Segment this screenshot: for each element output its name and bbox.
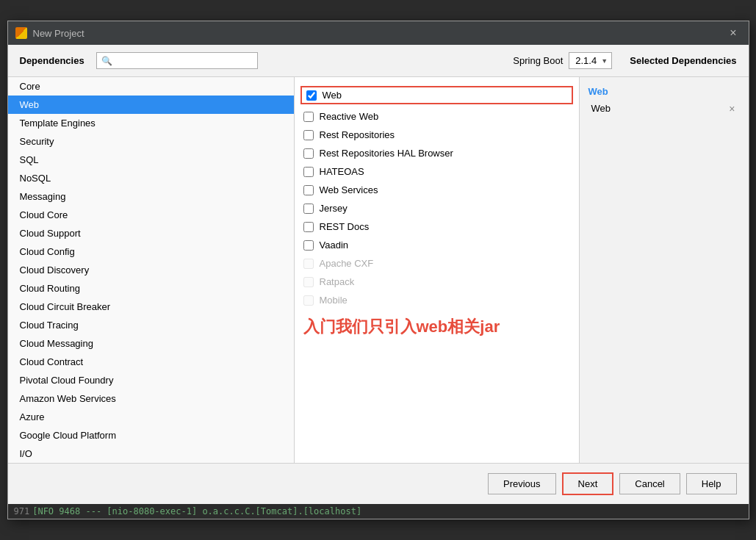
dep-checkbox-rest-repositories-hal[interactable]: [303, 148, 314, 159]
dep-label-rest-repositories-hal: Rest Repositories HAL Browser: [320, 148, 453, 159]
sidebar-item-cloud-messaging[interactable]: Cloud Messaging: [8, 334, 294, 353]
sidebar-item-pivotal-cloud-foundry[interactable]: Pivotal Cloud Foundry: [8, 371, 294, 389]
sidebar-item-messaging[interactable]: Messaging: [8, 187, 294, 206]
new-project-dialog: New Project × Dependencies 🔍 Spring Boot…: [7, 21, 749, 519]
sidebar-item-cloud-config[interactable]: Cloud Config: [8, 242, 294, 261]
dep-label-web: Web: [323, 90, 342, 101]
dep-item-vaadin[interactable]: Vaadin: [295, 236, 579, 254]
next-button[interactable]: Next: [562, 472, 614, 495]
dep-checkbox-jersey[interactable]: [303, 204, 314, 214]
middle-panel: Web Reactive Web Rest Repositories Rest …: [295, 77, 580, 463]
dep-item-rest-docs[interactable]: REST Docs: [295, 217, 579, 236]
dep-label-apache-cxf: Apache CXF: [320, 258, 374, 269]
right-panel: Web Web ×: [580, 77, 749, 463]
selected-dep-item-web: Web ×: [588, 101, 740, 115]
selected-deps-header-label: Selected Dependencies: [630, 55, 736, 66]
search-box[interactable]: 🔍: [96, 52, 258, 69]
title-bar-left: New Project: [15, 27, 84, 39]
dep-checkbox-reactive-web[interactable]: [303, 112, 314, 122]
dep-item-web[interactable]: Web: [300, 86, 573, 104]
dep-checkbox-mobile: [303, 295, 314, 306]
dep-label-hateoas: HATEOAS: [320, 166, 364, 177]
dep-item-rest-repositories[interactable]: Rest Repositories: [295, 126, 579, 144]
selected-dep-name-web: Web: [591, 103, 611, 114]
search-input[interactable]: [115, 55, 253, 66]
remove-web-button[interactable]: ×: [727, 104, 736, 114]
title-bar: New Project ×: [8, 21, 749, 45]
dep-item-reactive-web[interactable]: Reactive Web: [295, 107, 579, 126]
sidebar-item-sql[interactable]: SQL: [8, 151, 294, 169]
spring-boot-label: Spring Boot: [513, 55, 563, 66]
spring-boot-select-wrapper[interactable]: 2.1.4 2.2.0 2.0.9: [569, 52, 612, 69]
sidebar-item-cloud-contract[interactable]: Cloud Contract: [8, 353, 294, 371]
sidebar-item-cloud-support[interactable]: Cloud Support: [8, 224, 294, 242]
sidebar-item-core[interactable]: Core: [8, 77, 294, 96]
close-button[interactable]: ×: [725, 26, 741, 40]
sidebar-item-cloud-tracing[interactable]: Cloud Tracing: [8, 316, 294, 334]
dependencies-label: Dependencies: [20, 55, 84, 66]
dep-item-web-services[interactable]: Web Services: [295, 181, 579, 199]
status-text: [NFO 9468 --- [nio-8080-exec-1] o.a.c.c.…: [32, 506, 361, 516]
dep-label-rest-repositories: Rest Repositories: [320, 129, 395, 140]
sidebar-item-nosql[interactable]: NoSQL: [8, 169, 294, 187]
dep-label-reactive-web: Reactive Web: [320, 111, 379, 122]
dep-checkbox-rest-repositories[interactable]: [303, 130, 314, 140]
dep-checkbox-vaadin[interactable]: [303, 240, 314, 251]
dep-label-rest-docs: REST Docs: [320, 221, 370, 232]
dep-checkbox-rest-docs[interactable]: [303, 222, 314, 232]
dep-checkbox-apache-cxf: [303, 259, 314, 269]
dep-label-jersey: Jersey: [320, 203, 348, 214]
annotation-text: 入门我们只引入web相关jar: [303, 317, 570, 338]
sidebar-item-azure[interactable]: Azure: [8, 408, 294, 426]
dep-label-ratpack: Ratpack: [320, 276, 355, 287]
window-title: New Project: [33, 28, 84, 39]
spring-boot-section: Spring Boot 2.1.4 2.2.0 2.0.9: [513, 52, 612, 69]
sidebar-item-web[interactable]: Web: [8, 96, 294, 114]
dep-item-jersey[interactable]: Jersey: [295, 199, 579, 217]
app-icon: [15, 27, 27, 39]
dep-checkbox-ratpack: [303, 277, 314, 287]
dep-label-vaadin: Vaadin: [320, 240, 349, 251]
dep-item-mobile: Mobile: [295, 291, 579, 309]
help-button[interactable]: Help: [686, 473, 737, 494]
sidebar-item-cloud-routing[interactable]: Cloud Routing: [8, 279, 294, 298]
dep-item-hateoas[interactable]: HATEOAS: [295, 162, 579, 181]
dep-checkbox-web[interactable]: [306, 90, 317, 101]
dep-checkbox-web-services[interactable]: [303, 185, 314, 195]
dialog-body: Dependencies 🔍 Spring Boot 2.1.4 2.2.0 2…: [8, 45, 749, 504]
dep-item-apache-cxf: Apache CXF: [295, 254, 579, 273]
sidebar-item-cloud-circuit-breaker[interactable]: Cloud Circuit Breaker: [8, 298, 294, 316]
spring-boot-select[interactable]: 2.1.4 2.2.0 2.0.9: [569, 52, 612, 69]
previous-button[interactable]: Previous: [488, 473, 556, 494]
dep-checkbox-hateoas[interactable]: [303, 167, 314, 177]
selected-dep-section-title: Web: [588, 86, 740, 97]
sidebar-item-cloud-discovery[interactable]: Cloud Discovery: [8, 261, 294, 279]
sidebar-item-io[interactable]: I/O: [8, 444, 294, 463]
annotation-area: 入门我们只引入web相关jar: [295, 309, 579, 353]
cancel-button[interactable]: Cancel: [619, 473, 680, 494]
top-bar: Dependencies 🔍 Spring Boot 2.1.4 2.2.0 2…: [8, 45, 749, 77]
dep-item-ratpack: Ratpack: [295, 273, 579, 291]
main-content: Core Web Template Engines Security SQL N…: [8, 77, 749, 463]
sidebar-item-amazon-web-services[interactable]: Amazon Web Services: [8, 389, 294, 408]
search-icon: 🔍: [101, 56, 112, 66]
status-number: 971: [14, 506, 30, 516]
sidebar-item-google-cloud-platform[interactable]: Google Cloud Platform: [8, 426, 294, 444]
sidebar-item-security[interactable]: Security: [8, 132, 294, 151]
dep-label-web-services: Web Services: [320, 184, 378, 195]
footer-bar: Previous Next Cancel Help: [8, 463, 749, 504]
dep-item-rest-repositories-hal[interactable]: Rest Repositories HAL Browser: [295, 144, 579, 162]
dep-label-mobile: Mobile: [320, 295, 348, 306]
status-bar: 971 [NFO 9468 --- [nio-8080-exec-1] o.a.…: [8, 504, 749, 519]
sidebar-item-template-engines[interactable]: Template Engines: [8, 114, 294, 132]
left-panel: Core Web Template Engines Security SQL N…: [8, 77, 295, 463]
sidebar-item-cloud-core[interactable]: Cloud Core: [8, 206, 294, 224]
